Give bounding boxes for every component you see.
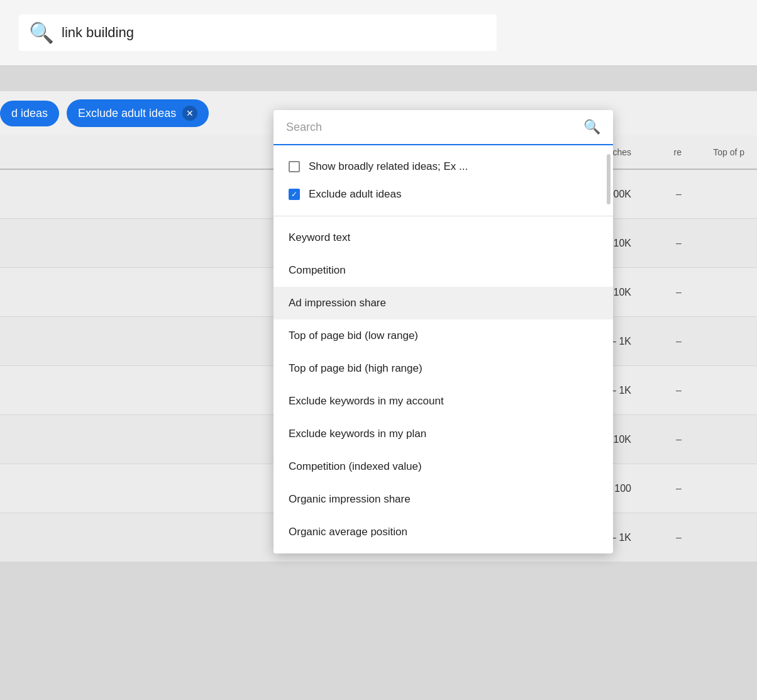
filter-chip-2-label: Exclude adult ideas xyxy=(78,107,176,120)
filter-dropdown: 🔍 Show broadly related ideas; Ex ... ✓ E… xyxy=(274,110,613,553)
filter-chip-1-label: d ideas xyxy=(11,107,48,120)
dropdown-menu-item-3[interactable]: Top of page bid (low range) xyxy=(274,319,613,352)
header-top-of-page: Top of p xyxy=(682,147,744,157)
checkbox-0[interactable] xyxy=(289,161,300,172)
checkbox-label-1: Exclude adult ideas xyxy=(309,188,401,201)
dropdown-menu-item-4[interactable]: Top of page bid (high range) xyxy=(274,352,613,385)
dropdown-menu-item-8[interactable]: Organic impression share xyxy=(274,483,613,516)
dropdown-scrollbar[interactable] xyxy=(607,154,611,204)
dropdown-menu-section: Keyword textCompetitionAd impression sha… xyxy=(274,216,613,553)
cell-re-1: – xyxy=(631,238,682,249)
dropdown-menu-item-9[interactable]: Organic average position xyxy=(274,516,613,548)
top-search-bar: 🔍 link building xyxy=(0,0,757,66)
dropdown-checkbox-section: Show broadly related ideas; Ex ... ✓ Exc… xyxy=(274,145,613,216)
filter-chip-2[interactable]: Exclude adult ideas ✕ xyxy=(67,99,209,127)
dropdown-menu-item-7[interactable]: Competition (indexed value) xyxy=(274,450,613,483)
dropdown-search-icon: 🔍 xyxy=(583,119,600,135)
checkbox-1[interactable]: ✓ xyxy=(289,189,300,200)
top-search-icon: 🔍 xyxy=(29,21,54,45)
cell-re-7: – xyxy=(631,532,682,543)
dropdown-menu-item-0[interactable]: Keyword text xyxy=(274,221,613,254)
top-search-query: link building xyxy=(62,25,487,41)
cell-re-2: – xyxy=(631,287,682,298)
checkbox-item-1[interactable]: ✓ Exclude adult ideas xyxy=(274,181,613,208)
cell-re-3: – xyxy=(631,336,682,347)
cell-re-4: – xyxy=(631,385,682,396)
cell-re-0: – xyxy=(631,189,682,200)
filter-chip-2-close[interactable]: ✕ xyxy=(182,106,197,121)
filter-chip-1[interactable]: d ideas xyxy=(0,101,59,126)
dropdown-menu-item-1[interactable]: Competition xyxy=(274,254,613,287)
close-icon: ✕ xyxy=(186,108,194,118)
cell-re-6: – xyxy=(631,483,682,494)
dropdown-menu-item-5[interactable]: Exclude keywords in my account xyxy=(274,385,613,418)
checkbox-label-0: Show broadly related ideas; Ex ... xyxy=(309,160,468,173)
dropdown-menu-item-6[interactable]: Exclude keywords in my plan xyxy=(274,418,613,450)
dropdown-menu-item-2[interactable]: Ad impression share xyxy=(274,287,613,319)
dropdown-search-bar[interactable]: 🔍 xyxy=(274,110,613,145)
cell-re-5: – xyxy=(631,434,682,445)
header-competition: re xyxy=(631,147,682,157)
top-search-box[interactable]: 🔍 link building xyxy=(19,14,497,51)
checkbox-item-0[interactable]: Show broadly related ideas; Ex ... xyxy=(274,153,613,181)
dropdown-search-input[interactable] xyxy=(286,121,583,134)
